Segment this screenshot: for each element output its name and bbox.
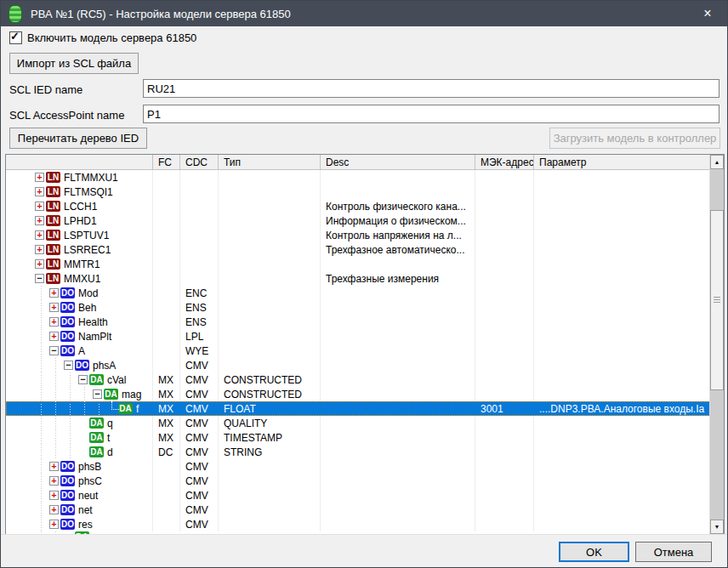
column-header-type[interactable]: Тип (219, 155, 321, 169)
cell-cdc: CMV (180, 459, 219, 474)
cell-desc: Контроль физического кана... (321, 199, 475, 213)
tree-row-FLTMMXU1[interactable]: +LNFLTMMXU1 (6, 170, 710, 185)
tree-row-Mod[interactable]: +DOModENC (6, 286, 710, 300)
tree-row-FLTMSQI1[interactable]: +LNFLTMSQI1 (6, 185, 710, 199)
collapse-minus-icon[interactable]: − (93, 389, 102, 399)
cell-desc (321, 445, 475, 459)
column-header-iec[interactable]: МЭК-адрес (475, 155, 534, 169)
expand-plus-icon[interactable]: + (49, 462, 59, 471)
tree-row-Health[interactable]: +DOHealthENS (6, 315, 710, 329)
column-header-fc[interactable]: FC (153, 155, 180, 169)
reread-ied-tree-button[interactable]: Перечитать дерево IED (9, 128, 147, 149)
column-header-desc[interactable]: Desc (321, 155, 475, 169)
node-label: neut (78, 490, 98, 502)
tree-row-LSRREC1[interactable]: +LNLSRREC1Трехфазное автоматическо... (6, 242, 710, 257)
cell-param (534, 315, 710, 329)
column-header-tree[interactable] (6, 155, 153, 169)
tree-row-NamPlt[interactable]: +DONamPltLPL (6, 329, 710, 344)
expand-plus-icon[interactable]: + (49, 491, 59, 500)
cell-type (219, 257, 321, 271)
expand-plus-icon[interactable]: + (49, 505, 59, 514)
tree-row-cVal[interactable]: −DAcValMXCMVCONSTRUCTED (6, 372, 710, 387)
expand-plus-icon[interactable]: + (49, 476, 59, 486)
expand-plus-icon[interactable]: + (35, 245, 44, 254)
ln-badge-icon: LN (46, 172, 60, 183)
expand-plus-icon[interactable]: + (35, 259, 44, 269)
tree-row-res[interactable]: +DOresCMV (6, 517, 710, 531)
expand-plus-icon[interactable]: + (49, 303, 59, 312)
expand-plus-icon[interactable]: + (35, 216, 44, 225)
import-scl-button[interactable]: Импорт из SCL файла (9, 53, 139, 74)
collapse-minus-icon[interactable]: − (64, 361, 73, 370)
collapse-minus-icon[interactable]: − (35, 274, 44, 283)
expand-plus-icon[interactable]: + (49, 317, 59, 327)
checkbox-box[interactable] (9, 31, 22, 44)
cell-iec (475, 430, 534, 445)
cell-cdc (180, 185, 219, 199)
do-badge-icon: DO (60, 490, 75, 501)
tree-row-LPHD1[interactable]: +LNLPHD1Информация о физическом... (6, 213, 710, 228)
tree-row-LCCH1[interactable]: +LNLCCH1Контроль физического кана... (6, 199, 710, 213)
expand-plus-icon[interactable]: + (49, 332, 59, 341)
tree-row-phsB[interactable]: +DOphsBCMV (6, 459, 710, 474)
cell-cdc (180, 228, 219, 242)
cell-param (534, 329, 710, 344)
column-header-cdc[interactable]: CDC (180, 155, 219, 169)
expand-slot: + (48, 315, 60, 329)
tree-row-A[interactable]: −DOAWYE (6, 344, 710, 358)
tree-row-MMXU1[interactable]: −LNMMXU1Трехфазные измерения (6, 271, 710, 286)
cell-type: QUALITY (219, 416, 321, 430)
close-icon[interactable]: × (688, 1, 727, 26)
cancel-button[interactable]: Отмена (635, 542, 712, 562)
scl-accesspoint-name-input[interactable] (143, 105, 719, 123)
cell-iec (475, 488, 534, 503)
tree-row-f[interactable]: DAfMXCMVFLOAT3001....DNP3.РВА.Аналоговые… (6, 401, 710, 416)
scl-ied-name-input[interactable] (143, 79, 719, 98)
expand-plus-icon[interactable]: + (49, 288, 59, 298)
cell-fc (153, 474, 180, 488)
tree-row-d[interactable]: DAdDCCMVSTRING (6, 445, 710, 459)
scrollbar-thumb[interactable] (710, 210, 724, 390)
enable-server-checkbox[interactable]: Включить модель сервера 61850 (9, 31, 196, 44)
tree-row-t[interactable]: DAtMXCMVTIMESTAMP (6, 430, 710, 445)
expand-plus-icon[interactable]: + (49, 520, 59, 529)
tree-row-q[interactable]: DAqMXCMVQUALITY (6, 416, 710, 430)
scroll-up-icon[interactable]: ▲ (710, 155, 724, 169)
tree-row-net[interactable]: +DOnetCMV (6, 503, 710, 517)
expand-plus-icon[interactable]: + (35, 202, 44, 211)
cell-iec (475, 213, 534, 228)
cell-desc (321, 416, 475, 430)
cell-type (219, 228, 321, 242)
tree-row-neut[interactable]: +DOneutCMV (6, 488, 710, 503)
tree-guide-line (63, 430, 77, 445)
collapse-minus-icon[interactable]: − (49, 346, 59, 355)
collapse-minus-icon[interactable]: − (78, 375, 88, 384)
tree-row-phsA[interactable]: −DOphsACMV (6, 358, 710, 372)
cell-param (534, 185, 710, 199)
expand-slot: + (48, 474, 60, 488)
cell-fc (153, 329, 180, 344)
cell-type (219, 459, 321, 474)
cell-desc: Трехфазные измерения (321, 271, 475, 286)
tree-row-phsC[interactable]: +DOphsCCMV (6, 474, 710, 488)
cell-desc (321, 315, 475, 329)
cell-type (219, 199, 321, 213)
da-badge-icon: DA (104, 389, 118, 400)
column-header-param[interactable]: Параметр (534, 155, 710, 169)
cell-fc: MX (153, 401, 180, 416)
tree-row-LSPTUV1[interactable]: +LNLSPTUV1Контроль напряжения на л... (6, 228, 710, 242)
expand-plus-icon[interactable]: + (35, 230, 44, 240)
node-label: phsC (78, 475, 102, 487)
vertical-scrollbar[interactable]: ▲ ▼ (709, 155, 724, 534)
ok-button[interactable]: OK (559, 542, 629, 562)
expand-plus-icon[interactable]: + (35, 173, 44, 182)
tree-guide-line (34, 430, 48, 445)
tree-row-Beh[interactable]: +DOBehENS (6, 300, 710, 315)
scroll-down-icon[interactable]: ▼ (710, 520, 724, 534)
expand-slot: − (77, 372, 89, 387)
expand-plus-icon[interactable]: + (35, 187, 44, 196)
tree-row-MMTR1[interactable]: +LNMMTR1 (6, 257, 710, 271)
tree-row-mag[interactable]: −DAmagMXCMVCONSTRUCTED (6, 387, 710, 401)
tree-guide-line (34, 459, 48, 474)
node-label: net (78, 504, 93, 516)
